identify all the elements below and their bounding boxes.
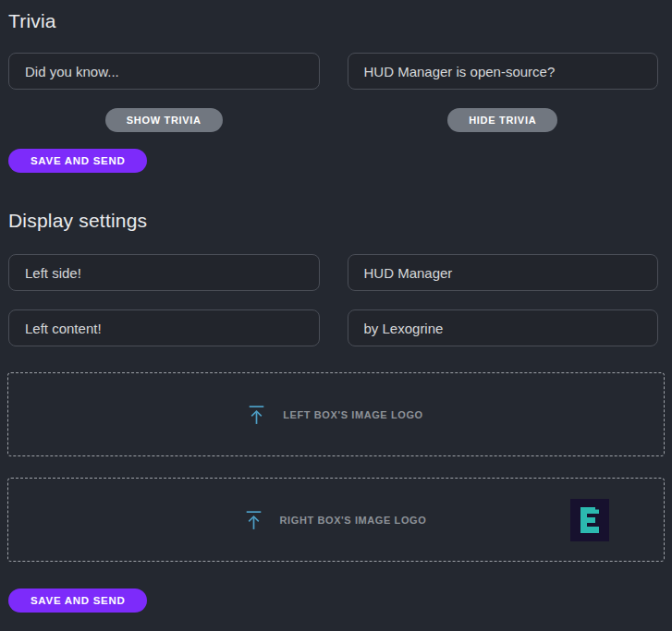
display-settings-inputs xyxy=(8,254,658,346)
trivia-question-input[interactable] xyxy=(8,53,320,90)
show-trivia-button[interactable]: SHOW TRIVIA xyxy=(105,108,223,132)
upload-icon xyxy=(246,510,262,530)
right-box-logo-upload-dropzone[interactable]: RIGHT BOX'S IMAGE LOGO xyxy=(7,478,665,562)
trivia-answer-input[interactable] xyxy=(348,53,659,90)
left-side-title-input[interactable] xyxy=(8,254,320,291)
trivia-save-and-send-button[interactable]: SAVE AND SEND xyxy=(8,149,147,173)
display-settings-title: Display settings xyxy=(8,211,658,230)
display-settings-section: Display settings LEFT BOX'S IMAGE LOGO xyxy=(8,211,658,613)
trivia-buttons-row: SHOW TRIVIA HIDE TRIVIA xyxy=(8,108,658,132)
trivia-section: Trivia SHOW TRIVIA HIDE TRIVIA SAVE AND … xyxy=(8,11,658,173)
trivia-section-title: Trivia xyxy=(8,11,658,30)
right-content-input[interactable] xyxy=(348,309,659,346)
settings-page: Trivia SHOW TRIVIA HIDE TRIVIA SAVE AND … xyxy=(0,0,672,631)
hide-trivia-button[interactable]: HIDE TRIVIA xyxy=(447,108,557,132)
left-content-input[interactable] xyxy=(8,309,320,346)
right-box-logo-upload-label: RIGHT BOX'S IMAGE LOGO xyxy=(280,515,427,526)
upload-icon xyxy=(249,405,264,425)
right-box-logo-preview-image xyxy=(570,499,609,541)
display-settings-save-and-send-button[interactable]: SAVE AND SEND xyxy=(8,589,147,613)
trivia-inputs-row xyxy=(8,53,658,90)
left-box-logo-upload-label: LEFT BOX'S IMAGE LOGO xyxy=(283,409,423,420)
right-side-title-input[interactable] xyxy=(348,254,659,291)
left-box-logo-upload-dropzone[interactable]: LEFT BOX'S IMAGE LOGO xyxy=(7,372,665,456)
